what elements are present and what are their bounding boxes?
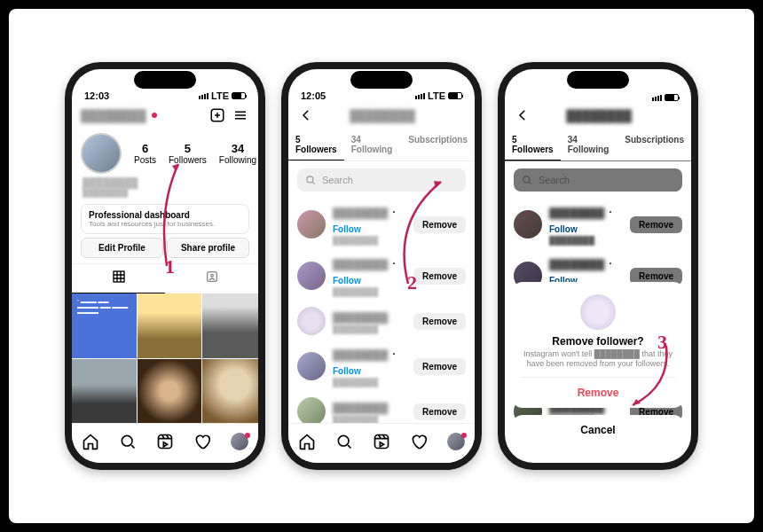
professional-dashboard[interactable]: Professional dashboard Tools and resourc… [81, 204, 249, 234]
tab-subscriptions[interactable]: Subscriptions [401, 128, 475, 160]
follower-avatar[interactable] [297, 352, 326, 380]
nav-activity-icon[interactable] [193, 433, 211, 450]
follow-link[interactable]: Follow [333, 224, 361, 234]
phone-frame-3: ████████ 5 Followers 34 Following Subscr… [498, 62, 698, 470]
battery-icon [232, 92, 246, 99]
grid-post[interactable]: " ▬▬▬ ▬▬ ▬▬▬▬ ▬▬ ▬▬▬ ▬▬▬▬ [72, 293, 137, 358]
notification-badge [245, 433, 250, 438]
followers-stat[interactable]: 5 Followers [169, 142, 207, 165]
canvas: 12:03 LTE ████████ [9, 9, 754, 523]
clock: 12:03 [84, 90, 109, 101]
remove-follower-button[interactable]: Remove [413, 268, 466, 285]
edit-profile-button[interactable]: Edit Profile [81, 238, 163, 258]
follower-avatar[interactable] [297, 397, 326, 423]
search-field: Search [514, 168, 682, 192]
follower-displayname: ████████ [333, 287, 406, 296]
remove-follower-button[interactable]: Remove [413, 313, 466, 330]
follower-avatar[interactable] [297, 262, 326, 290]
following-stat[interactable]: 34 Following [219, 142, 256, 165]
nav-home-icon[interactable] [298, 433, 316, 450]
tab-following: 34 Following [561, 128, 618, 160]
grid-icon [112, 270, 126, 284]
follower-avatar[interactable] [297, 307, 326, 335]
follower-displayname: ████████ [333, 325, 406, 333]
grid-post[interactable] [138, 293, 202, 358]
brand-footer: Followeran.com [14, 505, 129, 520]
remove-follower-button[interactable]: Remove [413, 358, 466, 375]
confirm-avatar [580, 294, 616, 330]
notification-dot [152, 113, 157, 118]
cancel-button[interactable]: Cancel [512, 415, 684, 445]
follower-username: ████████ [333, 207, 388, 218]
confirm-title: Remove follower? [521, 335, 675, 348]
header-username: ████████ [566, 109, 632, 122]
followers-label: Followers [169, 155, 207, 165]
search-placeholder: Search [322, 175, 353, 185]
share-profile-button[interactable]: Share profile [167, 238, 249, 258]
follow-link[interactable]: Follow [333, 276, 361, 286]
new-post-icon[interactable] [208, 106, 226, 124]
nav-profile-icon[interactable] [231, 433, 248, 450]
step-number-1: 1 [165, 255, 175, 278]
globe-icon [14, 505, 28, 520]
clock [517, 90, 520, 101]
nav-reels-icon[interactable] [156, 433, 174, 450]
dashboard-subtitle: Tools and resources just for businesses. [89, 220, 241, 228]
hamburger-menu-icon[interactable] [232, 106, 249, 124]
follower-displayname: ████████ [333, 236, 406, 245]
following-count: 34 [219, 142, 256, 155]
tagged-tab[interactable] [165, 264, 258, 293]
follower-row: ████████████████ Remove [288, 301, 475, 340]
username-dropdown[interactable]: ████████ [81, 109, 146, 122]
follower-row: ████████ · Follow████████ Remove [288, 250, 475, 301]
nav-search-icon[interactable] [119, 433, 137, 450]
phone-frame-2: 12:05 LTE ████████ 5 Followers 34 Follow… [281, 62, 482, 470]
step-number-3: 3 [657, 331, 667, 354]
svg-point-4 [122, 435, 132, 446]
bottom-nav [72, 423, 258, 463]
nav-profile-icon[interactable] [447, 433, 465, 450]
nav-reels-icon[interactable] [373, 433, 390, 450]
follower-displayname: ████████ [333, 378, 406, 387]
follower-displayname: ████████ [333, 415, 406, 423]
nav-activity-icon[interactable] [410, 433, 428, 450]
clock: 12:05 [301, 90, 326, 101]
follower-username: ████████ [333, 349, 388, 360]
remove-follower-button[interactable]: Remove [413, 403, 466, 420]
profile-avatar[interactable] [81, 133, 122, 174]
follower-list: ████████ · Follow████████ Remove ███████… [288, 199, 475, 423]
posts-stat[interactable]: 6 Posts [134, 142, 156, 165]
bio-section: ████████ ████████ [72, 176, 258, 199]
follow-link[interactable]: Follow [333, 366, 361, 376]
nav-home-icon[interactable] [82, 433, 99, 450]
svg-point-9 [523, 176, 530, 183]
dynamic-island [567, 71, 629, 89]
bio-text: ████████ [83, 188, 248, 197]
nav-search-icon[interactable] [335, 433, 353, 450]
grid-tab[interactable] [72, 264, 165, 293]
tab-followers: 5 Followers [505, 128, 561, 160]
confirm-remove-button[interactable]: Remove [521, 377, 675, 399]
tab-followers[interactable]: 5 Followers [288, 128, 344, 160]
battery-icon [665, 94, 679, 101]
svg-point-3 [210, 274, 213, 277]
back-button[interactable] [297, 106, 315, 124]
follower-row: ████████████████ Remove [288, 392, 475, 423]
grid-post[interactable] [202, 293, 258, 358]
signal-bars-icon [652, 95, 662, 101]
grid-post[interactable] [202, 359, 258, 424]
follower-avatar[interactable] [297, 210, 326, 239]
battery-icon [448, 92, 462, 99]
grid-post[interactable] [72, 359, 137, 424]
search-icon [304, 174, 317, 186]
network-label: LTE [211, 90, 229, 101]
remove-follower-button[interactable]: Remove [413, 216, 466, 233]
network-label: LTE [428, 90, 445, 101]
posts-count: 6 [134, 142, 156, 155]
followers-count: 5 [169, 142, 207, 155]
grid-post[interactable] [138, 359, 202, 424]
step-number-2: 2 [407, 271, 417, 294]
tab-following[interactable]: 34 Following [344, 128, 402, 160]
search-field[interactable]: Search [297, 168, 466, 192]
signal-bars-icon [415, 93, 425, 99]
